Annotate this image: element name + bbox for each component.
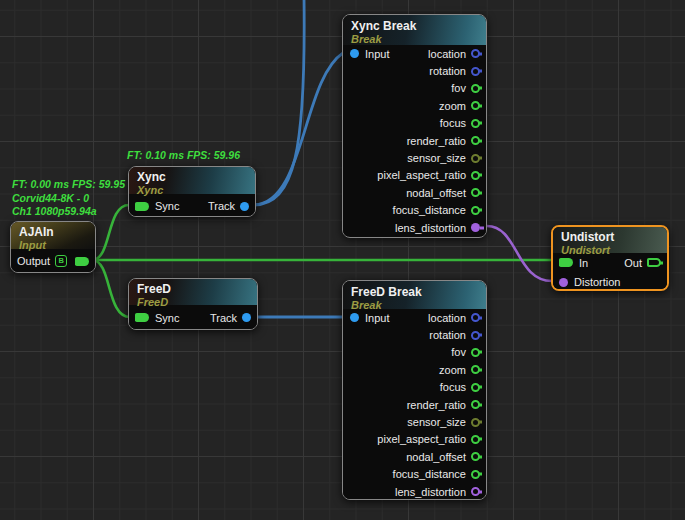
output-port-label: fov [451, 82, 466, 94]
output-port-label: location [428, 48, 466, 60]
node-xync[interactable]: Xync Xync Sync Track [128, 166, 256, 217]
node-xync-header: Xync Xync [129, 167, 255, 194]
ajain-stats-text: FT: 0.00 ms FPS: 59.95 Corvid44-8K - 0 C… [12, 178, 125, 219]
zoom-output-port[interactable] [471, 101, 480, 110]
undistort-distortion-input-port[interactable] [559, 278, 568, 287]
port-row: zoom [343, 361, 486, 378]
node-title: FreeD [137, 282, 249, 296]
distortion-port-label: Distortion [574, 276, 620, 288]
node-subtitle: Break [351, 33, 478, 45]
output-port-label: rotation [429, 329, 466, 341]
node-undistort[interactable]: Undistort Undistort In Out Distortion [551, 225, 669, 291]
node-freed-break[interactable]: FreeD Break Break Input location rotatio… [342, 280, 487, 500]
node-ajain-body: Output B [11, 249, 95, 273]
location-output-port[interactable] [471, 49, 480, 58]
xync-sync-input-port[interactable] [135, 202, 149, 211]
input-port-label: Input [365, 48, 389, 60]
wire-xync-track-to-offscreen[interactable] [253, 0, 304, 205]
output-port-label: sensor_size [407, 152, 466, 164]
rotation-output-port[interactable] [471, 67, 480, 76]
node-freed[interactable]: FreeD FreeD Sync Track [128, 278, 258, 330]
port-row: zoom [343, 97, 486, 114]
output-port-label: pixel_aspect_ratio [377, 433, 466, 445]
freed-track-output-port[interactable] [242, 313, 251, 322]
in-port-label: In [579, 257, 588, 269]
sensor-size-output-port[interactable] [471, 418, 480, 427]
output-port-label: zoom [439, 100, 466, 112]
port-row: pixel_aspect_ratio [343, 431, 486, 448]
node-ajain[interactable]: AJAIn Input Output B [10, 221, 96, 273]
output-port-label: nodal_offset [406, 451, 466, 463]
output-port-label: focus_distance [393, 468, 466, 480]
node-xync-body: Sync Track [129, 194, 255, 217]
output-port-label: location [428, 312, 466, 324]
undistort-in-input-port[interactable] [559, 258, 573, 267]
output-port-label: pixel_aspect_ratio [377, 169, 466, 181]
ajain-output-port[interactable] [75, 257, 89, 266]
pixel-aspect-ratio-output-port[interactable] [471, 171, 480, 180]
pixel-aspect-ratio-output-port[interactable] [471, 435, 480, 444]
output-port-label: render_ratio [407, 135, 466, 147]
fov-output-port[interactable] [471, 348, 480, 357]
node-title: Undistort [561, 230, 659, 244]
output-port-label: focus [440, 117, 466, 129]
xync-stats-text: FT: 0.10 ms FPS: 59.96 [127, 149, 240, 163]
freed-break-input-port[interactable] [350, 313, 359, 322]
output-port-label: rotation [429, 65, 466, 77]
output-port-label: fov [451, 346, 466, 358]
wire-lensdistortion-to-distortion[interactable] [487, 226, 552, 281]
port-row: lens_distortion [343, 483, 486, 500]
input-port-group: Input [350, 45, 389, 62]
focus-output-port[interactable] [471, 119, 480, 128]
render-ratio-output-port[interactable] [471, 136, 480, 145]
node-freed-body: Sync Track [129, 305, 257, 330]
focus-output-port[interactable] [471, 383, 480, 392]
node-undistort-header: Undistort Undistort [553, 227, 667, 253]
buffer-badge: B [55, 255, 67, 267]
sensor-size-output-port[interactable] [471, 154, 480, 163]
focus-distance-output-port[interactable] [471, 206, 480, 215]
wire-output-to-freed-sync[interactable] [92, 260, 130, 317]
port-row: focus [343, 115, 486, 132]
node-graph-canvas[interactable]: FT: 0.00 ms FPS: 59.95 Corvid44-8K - 0 C… [0, 0, 685, 520]
focus-distance-output-port[interactable] [471, 470, 480, 479]
port-row: focus_distance [343, 202, 486, 219]
location-output-port[interactable] [471, 313, 480, 322]
node-xync-break-body: Input location rotation fov zoom focus r… [343, 45, 486, 236]
port-row: Input location [343, 45, 486, 62]
rotation-output-port[interactable] [471, 331, 480, 340]
nodal-offset-output-port[interactable] [471, 188, 480, 197]
lens-distortion-output-port[interactable] [471, 487, 480, 496]
fov-output-port[interactable] [471, 84, 480, 93]
render-ratio-output-port[interactable] [471, 400, 480, 409]
output-port-label: Output [17, 255, 50, 267]
port-row: fov [343, 80, 486, 97]
wire-xync-track-to-xyncbreak-input[interactable] [253, 53, 343, 205]
nodal-offset-output-port[interactable] [471, 452, 480, 461]
node-xync-break[interactable]: Xync Break Break Input location rotation… [342, 14, 487, 238]
freed-sync-input-port[interactable] [135, 313, 149, 322]
output-port-label: lens_distortion [395, 486, 466, 498]
output-port-label: zoom [439, 364, 466, 376]
node-title: AJAIn [19, 225, 87, 239]
node-title: Xync Break [351, 19, 478, 33]
node-title: Xync [137, 170, 247, 184]
port-row: Input location [343, 309, 486, 326]
port-row: render_ratio [343, 132, 486, 149]
port-row: sensor_size [343, 413, 486, 430]
output-port-label: nodal_offset [406, 187, 466, 199]
port-row: rotation [343, 326, 486, 343]
xync-break-input-port[interactable] [350, 49, 359, 58]
lens-distortion-output-port[interactable] [471, 223, 480, 232]
port-row: sensor_size [343, 149, 486, 166]
zoom-output-port[interactable] [471, 365, 480, 374]
port-row: fov [343, 344, 486, 361]
port-row: rotation [343, 62, 486, 79]
xync-track-output-port[interactable] [240, 202, 249, 211]
node-undistort-body: In Out Distortion [553, 253, 667, 291]
out-port-label: Out [624, 257, 642, 269]
port-row: focus [343, 379, 486, 396]
undistort-out-output-port[interactable] [647, 258, 661, 267]
node-freed-header: FreeD FreeD [129, 279, 257, 305]
node-freed-break-body: Input location rotation fov zoom focus r… [343, 309, 486, 500]
